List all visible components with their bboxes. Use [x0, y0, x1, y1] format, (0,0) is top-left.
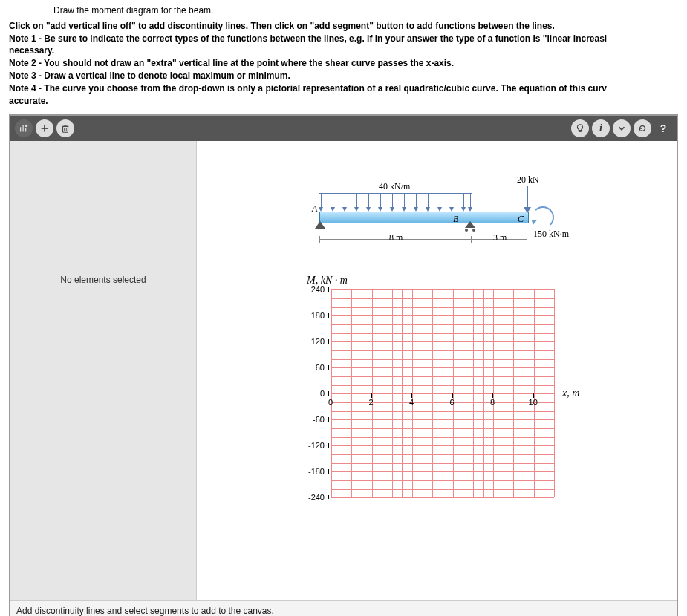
reset-button[interactable]: [634, 119, 651, 137]
delete-button[interactable]: [56, 119, 74, 137]
point-load-arrow: [527, 186, 528, 209]
point-load-label: 20 kN: [517, 174, 539, 186]
intro-text: Draw the moment diagram for the beam.: [9, 4, 678, 20]
xtick-label: 6: [450, 398, 455, 407]
xtick-label: 10: [529, 398, 538, 407]
point-c-label: C: [518, 214, 524, 225]
xtick-label: 8: [490, 398, 495, 407]
ytick-label: 240: [302, 285, 325, 294]
add-segment-button[interactable]: [36, 119, 53, 137]
beam-figure: 40 kN/m A B C 20 kN 150 kN·m 8 m 3 m: [312, 171, 561, 252]
ytick-label: -120: [302, 441, 325, 450]
hint-button[interactable]: [571, 119, 589, 137]
beam-bar: [319, 212, 529, 223]
ytick-label: -180: [302, 467, 325, 476]
side-panel: No elements selected: [10, 141, 197, 600]
xtick-label: 4: [409, 398, 414, 407]
necessary: necessary.: [9, 45, 54, 56]
note-2: Note 2 - You should not draw an "extra" …: [9, 58, 454, 68]
workspace: No elements selected: [10, 141, 677, 600]
point-a-label: A: [312, 203, 317, 214]
ytick-label: 0: [302, 389, 325, 398]
canvas-area[interactable]: 40 kN/m A B C 20 kN 150 kN·m 8 m 3 m: [197, 141, 677, 600]
dist-load-label: 40 kN/m: [379, 181, 410, 192]
ytick-label: 60: [302, 363, 325, 372]
span1-label: 8 m: [389, 232, 403, 243]
instructions-block: Draw the moment diagram for the beam. Cl…: [0, 0, 687, 108]
note-4: Note 4 - The curve you choose from the d…: [9, 83, 607, 94]
xtick-label: 0: [328, 398, 333, 407]
roller-support-b: [465, 221, 475, 232]
span2-label: 3 m: [493, 232, 507, 243]
ytick-label: -60: [302, 415, 325, 424]
dropdown-button[interactable]: [613, 119, 631, 137]
drawing-tool-frame: i ? No elements selected: [9, 114, 678, 616]
pin-support-a: [315, 221, 325, 229]
plot-area[interactable]: [331, 289, 554, 497]
distributed-load: [319, 193, 472, 212]
ytick-label: 180: [302, 311, 325, 320]
moment-label: 150 kN·m: [533, 229, 569, 240]
status-bar: Add discontinuity lines and select segme…: [10, 600, 677, 616]
xtick-label: 2: [368, 398, 373, 407]
click-on-line: Click on "add vertical line off" to add …: [9, 21, 555, 31]
ytick-label: 120: [302, 337, 325, 346]
info-button[interactable]: i: [592, 119, 610, 137]
applied-moment-icon: [532, 206, 554, 229]
svg-point-0: [25, 125, 28, 128]
ytick-label: -240: [302, 493, 325, 502]
point-b-label: B: [453, 214, 458, 225]
x-axis-title: x, m: [562, 387, 579, 399]
svg-rect-3: [63, 127, 68, 133]
status-hint: Add discontinuity lines and select segme…: [16, 606, 274, 616]
selection-status: No elements selected: [60, 275, 146, 285]
add-vertical-line-button[interactable]: [15, 119, 33, 137]
note-1: Note 1 - Be sure to indicate the correct…: [9, 33, 607, 44]
accurate: accurate.: [9, 96, 48, 106]
note-3: Note 3 - Draw a vertical line to denote …: [9, 71, 290, 81]
help-button[interactable]: ?: [654, 119, 672, 137]
moment-diagram-plot[interactable]: M, kN · m x, m 240180120600-60-120-180-2…: [293, 275, 590, 512]
toolbar: i ?: [10, 116, 677, 141]
